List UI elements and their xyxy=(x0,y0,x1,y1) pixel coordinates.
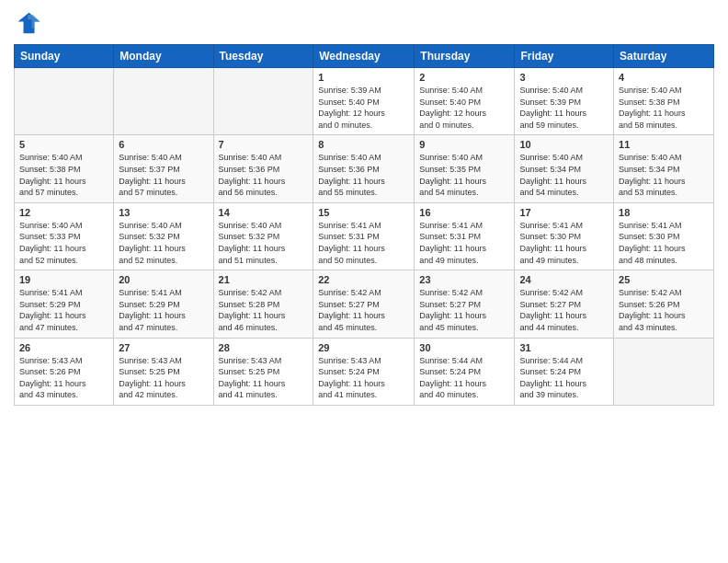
day-info: Sunrise: 5:40 AM Sunset: 5:38 PM Dayligh… xyxy=(619,85,709,131)
day-cell: 4Sunrise: 5:40 AM Sunset: 5:38 PM Daylig… xyxy=(614,68,714,135)
day-cell: 22Sunrise: 5:42 AM Sunset: 5:27 PM Dayli… xyxy=(313,270,415,338)
day-cell xyxy=(614,338,714,405)
day-cell: 9Sunrise: 5:40 AM Sunset: 5:35 PM Daylig… xyxy=(415,135,515,202)
day-number: 13 xyxy=(119,207,208,218)
day-cell: 15Sunrise: 5:41 AM Sunset: 5:31 PM Dayli… xyxy=(313,202,415,270)
calendar: SundayMondayTuesdayWednesdayThursdayFrid… xyxy=(14,44,714,406)
day-number: 27 xyxy=(119,342,208,353)
day-info: Sunrise: 5:40 AM Sunset: 5:40 PM Dayligh… xyxy=(419,85,509,131)
day-cell: 17Sunrise: 5:41 AM Sunset: 5:30 PM Dayli… xyxy=(515,202,614,270)
day-info: Sunrise: 5:40 AM Sunset: 5:34 PM Dayligh… xyxy=(519,152,609,198)
day-info: Sunrise: 5:43 AM Sunset: 5:26 PM Dayligh… xyxy=(19,355,108,401)
day-number: 5 xyxy=(19,139,108,150)
day-cell: 10Sunrise: 5:40 AM Sunset: 5:34 PM Dayli… xyxy=(515,135,614,202)
day-number: 18 xyxy=(619,207,709,218)
day-info: Sunrise: 5:40 AM Sunset: 5:35 PM Dayligh… xyxy=(419,152,509,198)
day-number: 3 xyxy=(519,72,609,83)
day-info: Sunrise: 5:42 AM Sunset: 5:28 PM Dayligh… xyxy=(219,287,309,333)
day-cell: 8Sunrise: 5:40 AM Sunset: 5:36 PM Daylig… xyxy=(313,135,415,202)
day-number: 9 xyxy=(419,139,509,150)
week-row-5: 26Sunrise: 5:43 AM Sunset: 5:26 PM Dayli… xyxy=(15,338,714,405)
day-info: Sunrise: 5:42 AM Sunset: 5:27 PM Dayligh… xyxy=(419,287,509,333)
day-cell: 18Sunrise: 5:41 AM Sunset: 5:30 PM Dayli… xyxy=(614,202,714,270)
day-cell: 29Sunrise: 5:43 AM Sunset: 5:24 PM Dayli… xyxy=(313,338,415,405)
day-info: Sunrise: 5:41 AM Sunset: 5:31 PM Dayligh… xyxy=(318,220,409,266)
day-number: 4 xyxy=(619,72,709,83)
day-cell: 23Sunrise: 5:42 AM Sunset: 5:27 PM Dayli… xyxy=(415,270,515,338)
day-cell: 13Sunrise: 5:40 AM Sunset: 5:32 PM Dayli… xyxy=(114,202,213,270)
day-number: 10 xyxy=(519,139,609,150)
day-info: Sunrise: 5:40 AM Sunset: 5:37 PM Dayligh… xyxy=(119,152,208,198)
weekday-header-saturday: Saturday xyxy=(614,45,714,68)
day-cell: 24Sunrise: 5:42 AM Sunset: 5:27 PM Dayli… xyxy=(515,270,614,338)
day-info: Sunrise: 5:42 AM Sunset: 5:26 PM Dayligh… xyxy=(619,287,709,333)
day-number: 21 xyxy=(219,274,309,285)
day-info: Sunrise: 5:41 AM Sunset: 5:29 PM Dayligh… xyxy=(19,287,108,333)
day-cell: 3Sunrise: 5:40 AM Sunset: 5:39 PM Daylig… xyxy=(515,68,614,135)
day-info: Sunrise: 5:40 AM Sunset: 5:32 PM Dayligh… xyxy=(219,220,309,266)
weekday-header-sunday: Sunday xyxy=(15,45,114,68)
day-info: Sunrise: 5:40 AM Sunset: 5:39 PM Dayligh… xyxy=(519,85,609,131)
day-cell: 14Sunrise: 5:40 AM Sunset: 5:32 PM Dayli… xyxy=(213,202,313,270)
day-info: Sunrise: 5:40 AM Sunset: 5:36 PM Dayligh… xyxy=(318,152,409,198)
day-number: 26 xyxy=(19,342,108,353)
day-cell: 2Sunrise: 5:40 AM Sunset: 5:40 PM Daylig… xyxy=(415,68,515,135)
day-info: Sunrise: 5:43 AM Sunset: 5:25 PM Dayligh… xyxy=(119,355,208,401)
week-row-4: 19Sunrise: 5:41 AM Sunset: 5:29 PM Dayli… xyxy=(15,270,714,338)
day-cell: 6Sunrise: 5:40 AM Sunset: 5:37 PM Daylig… xyxy=(114,135,213,202)
day-info: Sunrise: 5:40 AM Sunset: 5:34 PM Dayligh… xyxy=(619,152,709,198)
day-number: 28 xyxy=(219,342,309,353)
day-info: Sunrise: 5:40 AM Sunset: 5:38 PM Dayligh… xyxy=(19,152,108,198)
day-cell: 20Sunrise: 5:41 AM Sunset: 5:29 PM Dayli… xyxy=(114,270,213,338)
day-cell: 19Sunrise: 5:41 AM Sunset: 5:29 PM Dayli… xyxy=(15,270,114,338)
day-info: Sunrise: 5:41 AM Sunset: 5:29 PM Dayligh… xyxy=(119,287,208,333)
day-info: Sunrise: 5:40 AM Sunset: 5:33 PM Dayligh… xyxy=(19,220,108,266)
day-cell: 31Sunrise: 5:44 AM Sunset: 5:24 PM Dayli… xyxy=(515,338,614,405)
page: SundayMondayTuesdayWednesdayThursdayFrid… xyxy=(0,0,728,563)
day-number: 17 xyxy=(519,207,609,218)
day-number: 24 xyxy=(519,274,609,285)
logo-icon xyxy=(14,9,41,37)
day-number: 30 xyxy=(419,342,509,353)
day-info: Sunrise: 5:44 AM Sunset: 5:24 PM Dayligh… xyxy=(419,355,509,401)
day-cell: 16Sunrise: 5:41 AM Sunset: 5:31 PM Dayli… xyxy=(415,202,515,270)
day-number: 22 xyxy=(318,274,409,285)
day-cell: 28Sunrise: 5:43 AM Sunset: 5:25 PM Dayli… xyxy=(213,338,313,405)
day-number: 19 xyxy=(19,274,108,285)
day-cell xyxy=(15,68,114,135)
day-cell xyxy=(213,68,313,135)
day-cell: 11Sunrise: 5:40 AM Sunset: 5:34 PM Dayli… xyxy=(614,135,714,202)
week-row-2: 5Sunrise: 5:40 AM Sunset: 5:38 PM Daylig… xyxy=(15,135,714,202)
day-info: Sunrise: 5:43 AM Sunset: 5:24 PM Dayligh… xyxy=(318,355,409,401)
day-info: Sunrise: 5:43 AM Sunset: 5:25 PM Dayligh… xyxy=(219,355,309,401)
day-number: 23 xyxy=(419,274,509,285)
day-number: 12 xyxy=(19,207,108,218)
day-cell xyxy=(114,68,213,135)
day-cell: 27Sunrise: 5:43 AM Sunset: 5:25 PM Dayli… xyxy=(114,338,213,405)
day-number: 2 xyxy=(419,72,509,83)
day-number: 8 xyxy=(318,139,409,150)
day-cell: 30Sunrise: 5:44 AM Sunset: 5:24 PM Dayli… xyxy=(415,338,515,405)
weekday-header-monday: Monday xyxy=(114,45,213,68)
day-number: 14 xyxy=(219,207,309,218)
day-cell: 12Sunrise: 5:40 AM Sunset: 5:33 PM Dayli… xyxy=(15,202,114,270)
day-cell: 26Sunrise: 5:43 AM Sunset: 5:26 PM Dayli… xyxy=(15,338,114,405)
day-number: 31 xyxy=(519,342,609,353)
day-info: Sunrise: 5:41 AM Sunset: 5:31 PM Dayligh… xyxy=(419,220,509,266)
day-number: 7 xyxy=(219,139,309,150)
day-number: 11 xyxy=(619,139,709,150)
day-info: Sunrise: 5:41 AM Sunset: 5:30 PM Dayligh… xyxy=(519,220,609,266)
weekday-header-friday: Friday xyxy=(515,45,614,68)
day-info: Sunrise: 5:40 AM Sunset: 5:32 PM Dayligh… xyxy=(119,220,208,266)
day-info: Sunrise: 5:42 AM Sunset: 5:27 PM Dayligh… xyxy=(318,287,409,333)
day-number: 6 xyxy=(119,139,208,150)
day-info: Sunrise: 5:41 AM Sunset: 5:30 PM Dayligh… xyxy=(619,220,709,266)
day-number: 25 xyxy=(619,274,709,285)
day-info: Sunrise: 5:44 AM Sunset: 5:24 PM Dayligh… xyxy=(519,355,609,401)
header xyxy=(14,9,714,37)
day-cell: 21Sunrise: 5:42 AM Sunset: 5:28 PM Dayli… xyxy=(213,270,313,338)
day-cell: 1Sunrise: 5:39 AM Sunset: 5:40 PM Daylig… xyxy=(313,68,415,135)
day-number: 20 xyxy=(119,274,208,285)
day-info: Sunrise: 5:40 AM Sunset: 5:36 PM Dayligh… xyxy=(219,152,309,198)
week-row-1: 1Sunrise: 5:39 AM Sunset: 5:40 PM Daylig… xyxy=(15,68,714,135)
